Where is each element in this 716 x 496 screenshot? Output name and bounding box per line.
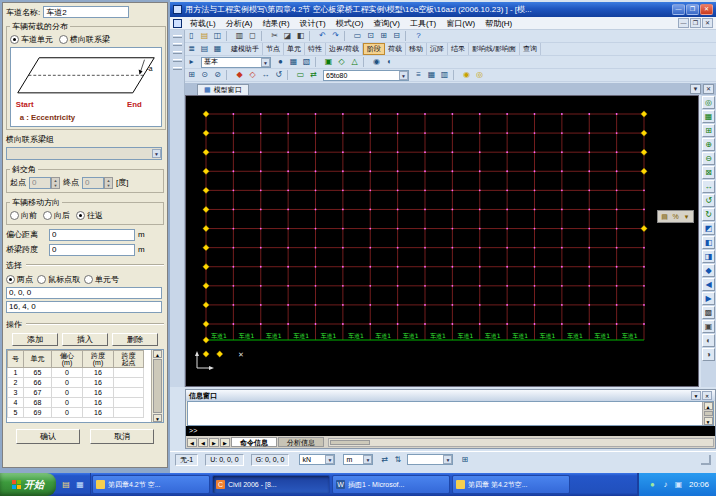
taskbar-task-folder2[interactable]: 第四章 第4.2节空... bbox=[452, 475, 570, 494]
point1-input[interactable] bbox=[6, 287, 162, 299]
tab-analysis-message[interactable]: 分析信息 bbox=[278, 437, 324, 447]
save-icon[interactable]: ◫ bbox=[211, 30, 224, 42]
select-all-icon[interactable]: ⊞ bbox=[377, 30, 390, 42]
view-top-icon[interactable]: ◩ bbox=[702, 222, 715, 235]
menu-window[interactable]: 窗口(W) bbox=[441, 18, 480, 29]
view-iso-icon[interactable]: ◆ bbox=[702, 264, 715, 277]
copy-icon[interactable]: ◪ bbox=[281, 30, 294, 42]
view-front-icon[interactable]: ◧ bbox=[702, 236, 715, 249]
print-icon[interactable]: ▥ bbox=[233, 30, 246, 42]
table-row[interactable]: 367 016 bbox=[8, 387, 144, 397]
child-close-button[interactable]: ✕ bbox=[702, 18, 713, 28]
extrude-icon[interactable]: ⇄ bbox=[307, 69, 320, 81]
toolbar-handle[interactable] bbox=[173, 59, 182, 62]
tab-modeling-assistant[interactable]: 建模助手 bbox=[228, 43, 263, 55]
taskbar-task-civil[interactable]: C Civil 2006 - [8... bbox=[212, 475, 330, 494]
grip-icon[interactable]: ▤ bbox=[659, 211, 670, 222]
pin-icon[interactable]: ▾ bbox=[681, 211, 692, 222]
title-bar[interactable]: 用方法与工程实例模写\第四章4.2节 空心板梁桥工程实例\模型\16a空板\16… bbox=[170, 2, 716, 17]
tab-last-icon[interactable]: ▶ bbox=[220, 438, 230, 447]
render-icon[interactable]: ◑ bbox=[702, 348, 715, 361]
stage-play-icon[interactable]: ▸ bbox=[185, 56, 198, 68]
table-row[interactable]: 266 016 bbox=[8, 377, 144, 387]
info-hscrollbar[interactable] bbox=[328, 438, 714, 447]
start-button[interactable]: 开始 bbox=[0, 473, 56, 496]
child-restore-button[interactable]: ❐ bbox=[690, 18, 701, 28]
skew-end-input[interactable] bbox=[82, 177, 104, 189]
tab-query[interactable]: 查询 bbox=[520, 43, 541, 55]
extra-combo[interactable]: ▼ bbox=[407, 454, 453, 465]
tray-network-icon[interactable]: ▣ bbox=[672, 479, 685, 491]
delete-node-icon[interactable]: ◇ bbox=[246, 69, 259, 81]
scroll-up-icon[interactable]: ▲ bbox=[704, 402, 713, 410]
shrink-elements-icon[interactable]: ▣ bbox=[322, 56, 335, 68]
cancel-button[interactable]: 取消 bbox=[90, 429, 154, 444]
group-tree-icon[interactable]: ▦ bbox=[211, 43, 224, 55]
tab-model-window[interactable]: ▦ 模型窗口 bbox=[197, 84, 249, 95]
translate-icon[interactable]: ↔ bbox=[259, 69, 272, 81]
info-close-icon[interactable]: ✕ bbox=[702, 391, 712, 400]
hidden-view-icon[interactable]: ▩ bbox=[702, 306, 715, 319]
node-display-icon[interactable]: ● bbox=[274, 56, 287, 68]
material-icon[interactable]: ≡ bbox=[412, 69, 425, 81]
snap-line-icon[interactable]: ⊘ bbox=[211, 69, 224, 81]
radio-element-number[interactable] bbox=[84, 275, 93, 284]
menu-help[interactable]: 帮助(H) bbox=[480, 18, 517, 29]
scroll-thumb[interactable] bbox=[153, 359, 162, 413]
tab-node[interactable]: 节点 bbox=[263, 43, 284, 55]
redo-icon[interactable]: ↷ bbox=[329, 30, 342, 42]
tray-volume-icon[interactable]: ♪ bbox=[659, 479, 672, 491]
unlock-icon[interactable]: ◎ bbox=[473, 69, 486, 81]
eccentric-distance-input[interactable] bbox=[49, 229, 135, 241]
status-grid-icon[interactable]: ⊞ bbox=[458, 454, 471, 466]
wireframe-icon[interactable]: △ bbox=[348, 56, 361, 68]
stage-combo[interactable]: 基本 ▼ bbox=[201, 57, 271, 68]
zoom-window-icon[interactable]: ⊞ bbox=[702, 124, 715, 137]
confirm-button[interactable]: 确认 bbox=[16, 429, 80, 444]
pan-icon[interactable]: ↔ bbox=[702, 180, 715, 193]
paste-icon[interactable]: ◧ bbox=[294, 30, 307, 42]
snap-point-icon[interactable]: ⊙ bbox=[198, 69, 211, 81]
minimize-button[interactable]: — bbox=[672, 4, 685, 15]
zoom-fit-icon[interactable]: ⊠ bbox=[702, 166, 715, 179]
undo-icon[interactable]: ↶ bbox=[316, 30, 329, 42]
skew-end-spinner[interactable]: ▲▼ bbox=[104, 177, 113, 189]
radio-cross-beam[interactable] bbox=[59, 35, 68, 44]
taskbar-task-word[interactable]: W 插图1 - Microsof... bbox=[332, 475, 450, 494]
hscroll-thumb[interactable] bbox=[330, 440, 370, 445]
delete-button[interactable]: 删除 bbox=[112, 333, 158, 346]
radio-both-ways[interactable] bbox=[76, 211, 85, 220]
scroll-up-icon[interactable]: ▲ bbox=[153, 350, 162, 358]
table-row[interactable]: 468 016 bbox=[8, 397, 144, 407]
rotate-icon[interactable]: ↺ bbox=[272, 69, 285, 81]
tab-next-icon[interactable]: ▶ bbox=[209, 438, 219, 447]
radio-two-points[interactable] bbox=[6, 275, 15, 284]
lock-icon[interactable]: ◉ bbox=[460, 69, 473, 81]
menu-query[interactable]: 查询(V) bbox=[368, 18, 405, 29]
tab-load[interactable]: 荷载 bbox=[385, 43, 406, 55]
resize-grip[interactable] bbox=[701, 455, 711, 465]
force-unit-combo[interactable]: kN ▼ bbox=[299, 454, 335, 465]
toolbar-handle[interactable] bbox=[173, 43, 182, 46]
tray-app-icon[interactable]: ● bbox=[646, 479, 659, 491]
table-row[interactable]: 569 016 bbox=[8, 407, 144, 417]
view-side-icon[interactable]: ◨ bbox=[702, 250, 715, 263]
table-row[interactable]: 165 016 bbox=[8, 367, 144, 377]
radio-forward[interactable] bbox=[10, 211, 19, 220]
add-button[interactable]: 添加 bbox=[12, 333, 58, 346]
clock[interactable]: 20:06 bbox=[689, 480, 709, 489]
skew-start-input[interactable] bbox=[29, 177, 51, 189]
toolbar-handle[interactable] bbox=[173, 51, 182, 54]
scroll-down-icon[interactable]: ▼ bbox=[704, 417, 713, 425]
help-icon[interactable]: ? bbox=[412, 30, 425, 42]
tab-property[interactable]: 特性 bbox=[305, 43, 326, 55]
tab-list-dropdown-icon[interactable]: ▼ bbox=[690, 84, 701, 94]
length-unit-combo[interactable]: m ▼ bbox=[343, 454, 373, 465]
info-window-header[interactable]: 信息窗口 ▼ ✕ bbox=[186, 390, 715, 401]
tab-element[interactable]: 单元 bbox=[284, 43, 305, 55]
tab-settlement[interactable]: 沉降 bbox=[427, 43, 448, 55]
unselect-icon[interactable]: ⊟ bbox=[390, 30, 403, 42]
rotate-right-icon[interactable]: ↻ bbox=[702, 208, 715, 221]
section-combo[interactable]: 65to80 ▼ bbox=[323, 70, 409, 81]
lane-name-input[interactable] bbox=[43, 6, 129, 18]
